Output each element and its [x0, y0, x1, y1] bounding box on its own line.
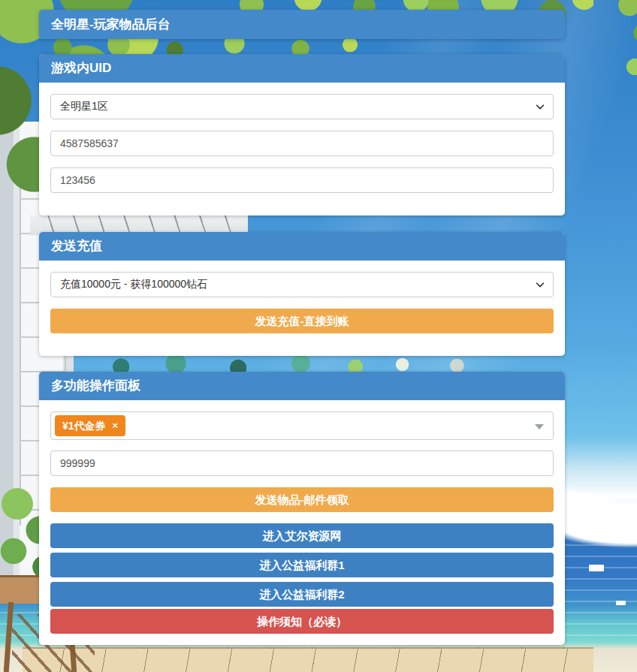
dropdown-caret-icon [535, 424, 544, 429]
server-select-value: 全明星1区 [60, 100, 108, 113]
recharge-panel-body: 充值10000元 - 获得100000钻石 发送充值-直接到账 [39, 261, 565, 356]
background-wooden-deck [23, 647, 593, 672]
multi-function-panel-heading: 多功能操作面板 [39, 372, 565, 400]
code-input[interactable] [50, 167, 554, 193]
link-button-resource-site[interactable]: 进入艾尔资源网 [50, 523, 554, 548]
recharge-select[interactable]: 充值10000元 - 获得100000钻石 [50, 272, 554, 297]
background-boat [589, 565, 604, 571]
uid-panel-heading: 游戏内UID [39, 54, 565, 83]
recharge-panel-heading: 发送充值 [39, 232, 565, 261]
link-button-welfare-group-1[interactable]: 进入公益福利群1 [50, 553, 554, 577]
link-button-welfare-group-2[interactable]: 进入公益福利群2 [50, 582, 554, 607]
send-recharge-button[interactable]: 发送充值-直接到账 [50, 309, 554, 333]
item-multiselect[interactable]: ¥1代金券 × [50, 411, 554, 440]
recharge-panel: 发送充值 充值10000元 - 获得100000钻石 发送充值-直接到账 [39, 232, 565, 356]
multi-function-panel-body: ¥1代金券 × 发送物品-邮件领取 进入艾尔资源网 进入公益福利群1 进入公益福… [39, 400, 565, 645]
uid-panel: 游戏内UID 全明星1区 [39, 54, 565, 215]
chevron-down-icon [535, 101, 545, 114]
multi-function-panel: 多功能操作面板 ¥1代金券 × 发送物品-邮件领取 进入艾尔资源网 进入公益福利… [39, 372, 565, 645]
selected-item-tag: ¥1代金券 × [55, 415, 125, 436]
server-select[interactable]: 全明星1区 [50, 94, 554, 119]
recharge-select-value: 充值10000元 - 获得100000钻石 [60, 278, 207, 291]
uid-input[interactable] [50, 131, 554, 156]
remove-tag-icon[interactable]: × [113, 419, 119, 432]
background-boat-far [616, 601, 626, 605]
chevron-down-icon [535, 279, 545, 292]
quantity-input[interactable] [50, 451, 554, 476]
selected-item-label: ¥1代金券 [62, 419, 106, 432]
send-item-button[interactable]: 发送物品-邮件领取 [50, 487, 554, 512]
notice-button[interactable]: 操作须知（必读） [50, 609, 554, 634]
background-foliage-corner-right [598, 0, 637, 101]
main-content: 全明星-玩家物品后台 游戏内UID 全明星1区 发送充值 充值10000元 - … [39, 10, 565, 645]
page-title: 全明星-玩家物品后台 [39, 10, 565, 39]
uid-panel-body: 全明星1区 [39, 83, 565, 215]
